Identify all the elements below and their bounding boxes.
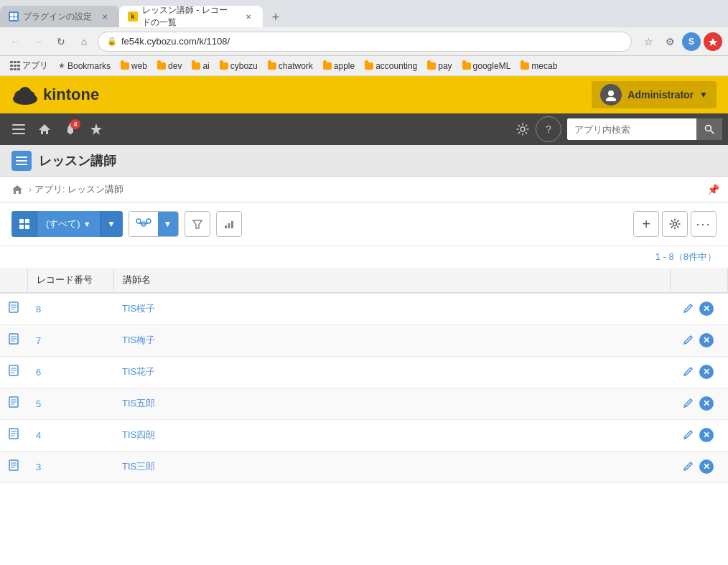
delete-record-button[interactable]: ✕ (699, 302, 714, 316)
th-name[interactable]: 講師名 (113, 268, 671, 293)
bookmark-apps[interactable]: アプリ (6, 58, 52, 73)
th-record-no[interactable]: レコード番号 (27, 268, 113, 293)
record-name-link[interactable]: TIS桜子 (122, 303, 155, 314)
new-tab-button[interactable]: + (266, 7, 286, 27)
folder-icon-chatwork (268, 62, 276, 70)
user-avatar-s[interactable]: S (682, 32, 701, 51)
svg-rect-11 (69, 133, 72, 134)
tab-lesson-instructor[interactable]: k レッスン講師 - レコードの一覧 ✕ (119, 6, 263, 27)
delete-record-button[interactable]: ✕ (699, 365, 714, 379)
view-arrow-button[interactable]: ▼ (100, 211, 123, 237)
more-options-button[interactable]: ··· (691, 211, 717, 237)
bookmark-googleml[interactable]: googleML (458, 60, 515, 73)
edit-record-button[interactable] (683, 303, 694, 315)
forward-button[interactable]: → (29, 32, 47, 51)
record-no-link[interactable]: 4 (36, 430, 41, 441)
svg-point-15 (706, 126, 711, 131)
record-no-link[interactable]: 5 (36, 398, 41, 409)
view-selector[interactable]: (すべて) ▼ ▼ (11, 211, 123, 237)
record-name-link[interactable]: TIS梅子 (122, 335, 155, 345)
back-button[interactable]: ← (6, 32, 24, 51)
record-name-link[interactable]: TIS五郎 (122, 398, 155, 408)
sort-icon-part[interactable] (129, 211, 158, 237)
bookmark-cybozu[interactable]: cybozu (215, 60, 262, 73)
edit-record-button[interactable] (683, 461, 694, 473)
record-no-cell: 3 (27, 451, 113, 482)
sort-button[interactable]: ▼ (129, 211, 179, 237)
reload-button[interactable]: ↻ (52, 32, 70, 51)
record-no-link[interactable]: 3 (36, 462, 41, 472)
record-name-link[interactable]: TIS四朗 (122, 429, 155, 440)
delete-record-button[interactable]: ✕ (699, 396, 714, 411)
bookmark-cybozu-label: cybozu (230, 61, 258, 71)
record-actions-cell: ✕ (671, 419, 728, 451)
bookmark-dev-label: dev (168, 61, 182, 71)
table-row: 3 TIS三郎 ✕ (0, 451, 728, 482)
delete-record-button[interactable]: ✕ (699, 333, 714, 347)
address-bar: ← → ↻ ⌂ 🔒 fe54k.cybozu.com/k/1108/ ☆ ⚙ S (0, 27, 728, 56)
hamburger-menu-button[interactable] (6, 116, 32, 142)
svg-marker-27 (193, 220, 202, 228)
favorites-button[interactable] (83, 116, 109, 142)
tab-close-1[interactable]: ✕ (99, 11, 111, 22)
bookmark-mecab[interactable]: mecab (516, 60, 561, 73)
bookmark-pay[interactable]: pay (423, 60, 456, 73)
admin-dropdown-arrow: ▼ (699, 90, 708, 100)
extensions-button[interactable]: ⚙ (661, 32, 679, 51)
bookmark-bookmarks[interactable]: ★ Bookmarks (54, 60, 115, 73)
admin-section[interactable]: Administrator ▼ (592, 81, 717, 108)
folder-icon-accounting (365, 62, 373, 70)
table-container: レコード番号 講師名 8 (0, 268, 728, 565)
edit-record-button[interactable] (683, 398, 694, 410)
view-label[interactable]: (すべて) ▼ (37, 218, 100, 230)
table-row: 6 TIS花子 ✕ (0, 356, 728, 388)
bookmark-ai[interactable]: ai (187, 60, 213, 73)
chart-button[interactable] (216, 211, 242, 237)
breadcrumb-home-button[interactable] (9, 181, 26, 198)
delete-record-button[interactable]: ✕ (699, 428, 714, 442)
lock-icon: 🔒 (107, 37, 117, 46)
bookmark-chatwork[interactable]: chatwork (263, 60, 317, 73)
settings-button[interactable] (510, 116, 536, 142)
record-no-link[interactable]: 6 (36, 367, 41, 378)
bookmark-accounting-label: accounting (375, 61, 417, 71)
record-no-link[interactable]: 7 (36, 335, 41, 346)
add-record-button[interactable]: + (633, 211, 659, 237)
pin-button[interactable]: 📌 (707, 184, 719, 195)
view-icon-button[interactable] (11, 211, 37, 237)
app-settings-button[interactable] (662, 211, 688, 237)
view-label-text: (すべて) (46, 218, 80, 230)
delete-record-button[interactable]: ✕ (699, 459, 714, 474)
help-button[interactable]: ? (536, 116, 561, 142)
tab-plugin-settings[interactable]: プラグインの設定 ✕ (0, 6, 119, 27)
edit-record-button[interactable] (683, 366, 694, 378)
record-doc-icon (9, 398, 19, 410)
filter-button[interactable] (185, 211, 210, 237)
address-text: fe54k.cybozu.com/k/1108/ (121, 36, 230, 47)
user-avatar-red[interactable] (704, 32, 722, 51)
search-button[interactable] (696, 118, 722, 140)
record-actions: ✕ (679, 396, 719, 411)
record-name-link[interactable]: TIS三郎 (122, 461, 155, 472)
sort-arrow-part[interactable]: ▼ (158, 211, 178, 237)
tab-close-2[interactable]: ✕ (243, 11, 254, 22)
bookmark-accounting[interactable]: accounting (360, 60, 421, 73)
bookmark-apple[interactable]: apple (319, 60, 359, 73)
bookmark-dev[interactable]: dev (153, 60, 186, 73)
search-container (567, 118, 722, 140)
bookmark-web[interactable]: web (116, 60, 151, 73)
records-count-link[interactable]: 1 - 8（8件中） (655, 251, 717, 262)
header-right: Administrator ▼ (592, 81, 717, 108)
record-name-link[interactable]: TIS花子 (122, 366, 155, 377)
address-input[interactable]: 🔒 fe54k.cybozu.com/k/1108/ (98, 32, 632, 52)
record-no-link[interactable]: 8 (36, 304, 41, 314)
bookmark-star-button[interactable]: ☆ (639, 32, 658, 51)
home-button[interactable]: ⌂ (75, 32, 93, 51)
search-input[interactable] (567, 118, 696, 140)
notification-bell-button[interactable]: 4 (57, 116, 83, 142)
edit-record-button[interactable] (683, 335, 694, 347)
edit-record-button[interactable] (683, 429, 694, 442)
record-doc-icon-cell (0, 356, 27, 388)
home-nav-button[interactable] (32, 116, 57, 142)
record-actions-cell: ✕ (671, 451, 728, 482)
